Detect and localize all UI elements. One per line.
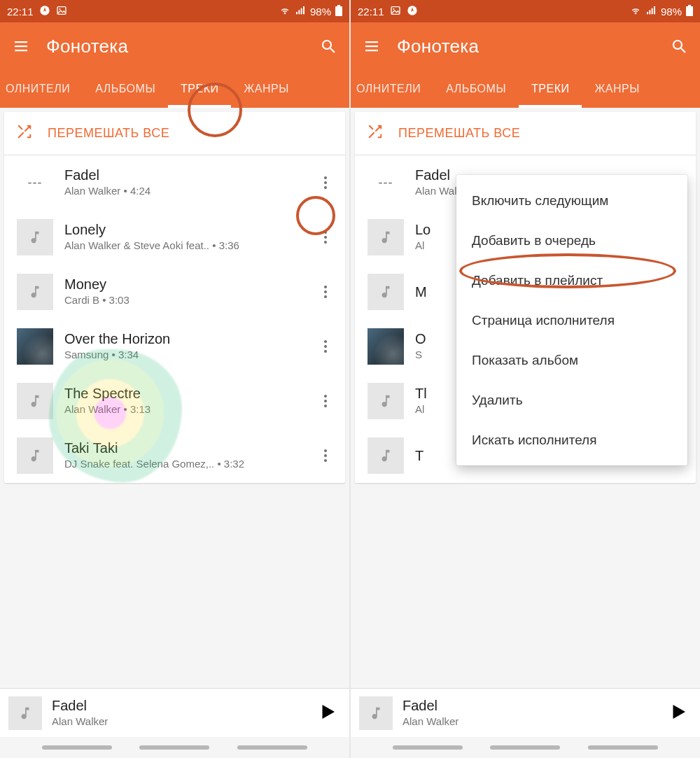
menu-item-add-to-queue[interactable]: Добавить в очередь <box>456 220 687 260</box>
track-subtitle: Alan Walker & Steve Aoki feat.. • 3:36 <box>64 239 300 253</box>
status-image-icon <box>56 5 67 18</box>
status-compass-icon <box>39 5 50 18</box>
nav-home[interactable] <box>490 745 560 750</box>
tab-genres[interactable]: ЖАНРЫ <box>582 70 652 108</box>
screenshot-right: 22:11 98% Фонотека <box>351 0 700 758</box>
menu-item-play-next[interactable]: Включить следующим <box>456 181 687 220</box>
svg-rect-8 <box>335 6 342 16</box>
hamburger-icon[interactable] <box>360 35 383 57</box>
screenshot-left: 22:11 98% Фонотека <box>0 0 349 758</box>
shuffle-all-button[interactable]: ПЕРЕМЕШАТЬ ВСЕ <box>355 112 696 155</box>
track-thumbnail <box>17 383 53 419</box>
tab-artists[interactable]: ОЛНИТЕЛИ <box>0 70 83 108</box>
svg-rect-42 <box>686 6 693 16</box>
nav-back[interactable] <box>237 745 307 750</box>
android-nav-bar <box>351 737 700 758</box>
track-row[interactable]: Over the Horizon Samsung • 3:34 <box>4 319 345 374</box>
now-playing-bar[interactable]: Fadel Alan Walker <box>0 688 349 737</box>
status-signal-icon <box>295 5 306 18</box>
svg-point-32 <box>324 459 327 462</box>
svg-rect-39 <box>649 10 650 14</box>
track-thumbnail <box>368 328 404 365</box>
now-playing-subtitle: Alan Walker <box>52 715 307 729</box>
shuffle-all-button[interactable]: ПЕРЕМЕШАТЬ ВСЕ <box>4 112 345 155</box>
track-subtitle: Alan Walker • 4:24 <box>64 184 300 198</box>
now-playing-bar[interactable]: Fadel Alan Walker <box>351 688 700 737</box>
shuffle-icon <box>368 124 383 143</box>
track-row[interactable]: Taki Taki DJ Snake feat. Selena Gomez,..… <box>4 428 345 483</box>
track-subtitle: Alan Walker • 3:13 <box>64 402 300 416</box>
search-icon[interactable] <box>317 35 340 57</box>
status-battery-icon <box>335 5 342 18</box>
nav-recent[interactable] <box>393 745 463 750</box>
hamburger-icon[interactable] <box>10 35 32 57</box>
now-playing-thumbnail <box>8 696 42 730</box>
svg-rect-4 <box>296 12 298 14</box>
status-signal-icon <box>645 5 657 18</box>
track-subtitle: DJ Snake feat. Selena Gomez,.. • 3:32 <box>64 457 300 471</box>
page-title: Фонотека <box>46 36 128 57</box>
track-row[interactable]: --- Fadel Alan Walker • 4:24 <box>4 155 345 210</box>
track-title: Lonely <box>64 221 300 239</box>
track-thumbnail: --- <box>17 164 53 201</box>
status-time: 22:11 <box>7 6 34 17</box>
track-thumbnail <box>368 274 404 310</box>
track-row[interactable]: Lonely Alan Walker & Steve Aoki feat.. •… <box>4 210 345 265</box>
svg-rect-7 <box>303 6 304 14</box>
shuffle-label: ПЕРЕМЕШАТЬ ВСЕ <box>398 126 520 141</box>
track-title: Money <box>64 276 300 293</box>
menu-item-show-album[interactable]: Показать альбом <box>456 340 687 380</box>
status-battery-text: 98% <box>661 6 682 17</box>
svg-rect-41 <box>654 6 655 14</box>
nav-back[interactable] <box>588 745 658 750</box>
svg-rect-5 <box>298 10 300 14</box>
menu-item-add-to-playlist[interactable]: Добавить в плейлист <box>456 260 687 300</box>
track-row[interactable]: The Spectre Alan Walker • 3:13 <box>4 374 345 428</box>
menu-item-artist-page[interactable]: Страница исполнителя <box>456 300 687 340</box>
search-icon[interactable] <box>668 35 690 57</box>
tab-genres[interactable]: ЖАНРЫ <box>231 70 301 108</box>
play-icon[interactable] <box>317 701 338 725</box>
svg-marker-33 <box>323 705 335 719</box>
menu-item-delete[interactable]: Удалить <box>456 380 687 420</box>
nav-home[interactable] <box>139 745 209 750</box>
play-icon[interactable] <box>668 701 689 725</box>
track-more-icon[interactable] <box>312 332 340 360</box>
tab-tracks[interactable]: ТРЕКИ <box>168 70 231 108</box>
tab-albums[interactable]: АЛЬБОМЫ <box>83 70 168 108</box>
status-wifi-icon <box>630 5 641 18</box>
track-row[interactable]: Money Cardi B • 3:03 <box>4 265 345 319</box>
track-thumbnail: --- <box>368 164 404 201</box>
track-title: Taki Taki <box>64 440 300 457</box>
svg-point-17 <box>324 186 327 189</box>
svg-rect-11 <box>15 45 27 47</box>
svg-point-26 <box>324 350 327 353</box>
tab-albums[interactable]: АЛЬБОМЫ <box>433 70 519 108</box>
status-image-icon <box>390 5 401 18</box>
tab-bar: ОЛНИТЕЛИ АЛЬБОМЫ ТРЕКИ ЖАНРЫ <box>0 70 349 108</box>
track-title: The Spectre <box>64 385 300 402</box>
tab-artists[interactable]: ОЛНИТЕЛИ <box>351 70 433 108</box>
track-more-icon[interactable] <box>312 387 340 415</box>
svg-point-25 <box>324 345 327 348</box>
track-thumbnail <box>368 383 404 419</box>
svg-point-27 <box>324 395 327 398</box>
track-title: Fadel <box>64 167 300 184</box>
status-battery-icon <box>686 5 693 18</box>
svg-point-28 <box>324 400 327 402</box>
svg-rect-38 <box>647 12 648 14</box>
tab-tracks[interactable]: ТРЕКИ <box>519 70 582 108</box>
menu-item-search-artist[interactable]: Искать исполнителя <box>456 420 687 460</box>
svg-rect-43 <box>688 5 691 6</box>
context-menu: Включить следующим Добавить в очередь До… <box>456 175 687 465</box>
track-more-icon[interactable] <box>312 223 340 251</box>
svg-point-16 <box>324 181 327 184</box>
track-more-icon[interactable] <box>312 442 340 470</box>
track-more-icon[interactable] <box>312 278 340 306</box>
track-more-icon[interactable] <box>312 169 340 197</box>
content-area: ПЕРЕМЕШАТЬ ВСЕ --- Fadel Alan Walker • 4… <box>0 108 349 688</box>
nav-recent[interactable] <box>42 745 112 750</box>
svg-point-20 <box>324 241 327 244</box>
svg-rect-46 <box>365 50 378 51</box>
content-area: ПЕРЕМЕШАТЬ ВСЕ --- Fadel Alan Walker • 4… <box>351 108 700 688</box>
